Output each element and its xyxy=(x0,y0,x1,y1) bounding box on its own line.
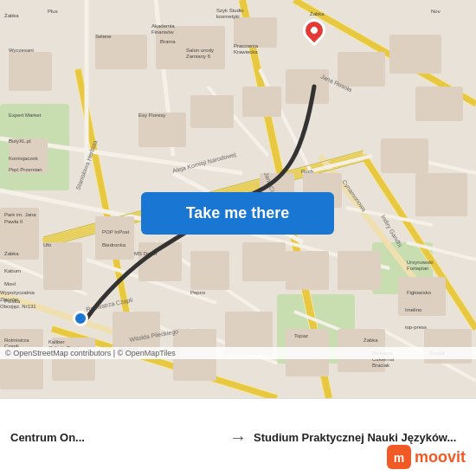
svg-rect-69 xyxy=(338,251,381,290)
svg-rect-44 xyxy=(138,113,186,147)
svg-text:Selene: Selene xyxy=(95,34,112,39)
svg-text:Topaz: Topaz xyxy=(294,333,308,338)
svg-text:Żabka: Żabka xyxy=(363,338,378,343)
moovit-logo: m moovit xyxy=(387,445,466,469)
arrow-right-icon: → xyxy=(229,428,247,447)
svg-rect-51 xyxy=(381,138,428,173)
svg-rect-45 xyxy=(190,95,234,128)
svg-rect-67 xyxy=(242,242,286,281)
moovit-logo-icon: m xyxy=(387,445,411,469)
svg-text:Moнl: Moнl xyxy=(4,281,16,286)
svg-text:Ursynowski: Ursynowski xyxy=(407,260,434,265)
svg-text:Pepco: Pepco xyxy=(190,290,206,295)
svg-text:Szyk Studio: Szyk Studio xyxy=(216,8,244,13)
svg-rect-46 xyxy=(242,87,281,117)
svg-text:Pięć Przemian: Pięć Przemian xyxy=(9,167,42,172)
svg-text:Pracownia: Pracownia xyxy=(234,43,259,48)
origin-marker xyxy=(73,311,88,326)
svg-text:Krawiecka: Krawiecka xyxy=(234,49,258,55)
svg-text:Kaliber: Kaliber xyxy=(48,339,65,344)
destination-location: Studium Praktycznej Nauki Języków... xyxy=(254,431,466,444)
svg-text:Żabka: Żabka xyxy=(310,11,325,16)
svg-text:Zamiany 6: Zamiany 6 xyxy=(186,54,211,59)
svg-text:kosmetyki: kosmetyki xyxy=(216,14,240,19)
svg-text:Park im. Jana: Park im. Jana xyxy=(4,212,36,217)
svg-text:Imelino: Imelino xyxy=(405,307,422,312)
take-me-there-button[interactable]: Take me there xyxy=(141,192,334,235)
svg-text:Nov: Nov xyxy=(431,9,441,14)
svg-text:Finansów: Finansów xyxy=(151,29,174,35)
svg-text:Obcojęz. Nr131: Obcojęz. Nr131 xyxy=(0,304,36,309)
svg-rect-49 xyxy=(389,35,441,74)
svg-rect-48 xyxy=(338,52,385,87)
svg-text:Forteplan: Forteplan xyxy=(407,266,428,271)
svg-text:Plus: Plus xyxy=(48,9,58,14)
svg-text:POP InPost: POP InPost xyxy=(102,229,130,235)
svg-text:Ufo: Ufo xyxy=(43,242,52,248)
svg-text:Salon urody: Salon urody xyxy=(186,48,214,53)
svg-text:Expert Market: Expert Market xyxy=(9,113,42,118)
origin-location: Centrum On... xyxy=(10,431,222,444)
destination-marker xyxy=(303,19,325,42)
svg-rect-52 xyxy=(415,173,467,216)
direction-arrow: → xyxy=(222,428,254,447)
svg-text:Kabum: Kabum xyxy=(4,268,21,273)
svg-rect-50 xyxy=(415,87,463,121)
svg-text:Rotmistrza: Rotmistrza xyxy=(4,338,29,343)
svg-text:Braciak: Braciak xyxy=(372,363,390,368)
svg-text:Brama: Brama xyxy=(160,39,176,44)
svg-rect-64 xyxy=(95,216,134,260)
svg-rect-68 xyxy=(286,251,329,290)
svg-rect-42 xyxy=(9,52,52,91)
svg-text:Akademia: Akademia xyxy=(151,23,175,29)
svg-text:Ruch: Ruch xyxy=(301,169,313,174)
svg-rect-63 xyxy=(43,242,82,290)
bottom-navigation-bar: Centrum On... → Studium Praktycznej Nauk… xyxy=(0,398,476,476)
svg-text:Biedronka: Biedronka xyxy=(102,242,126,248)
svg-text:Komisjaczek: Komisjaczek xyxy=(9,156,39,161)
svg-text:Żabka: Żabka xyxy=(4,13,19,18)
svg-text:top-press: top-press xyxy=(405,325,427,330)
svg-text:Pawła II: Pawła II xyxy=(4,219,23,224)
svg-text:Zbiorów: Zbiorów xyxy=(0,297,19,302)
map-attribution: © OpenStreetMap contributors | © OpenMap… xyxy=(0,347,476,359)
svg-text:Żabka: Żabka xyxy=(4,251,19,256)
moovit-brand-text: moovit xyxy=(415,448,466,466)
svg-text:Wypożyczalnia: Wypożyczalnia xyxy=(0,290,35,295)
svg-text:ButyXL.pl: ButyXL.pl xyxy=(9,138,31,144)
destination-name: Studium Praktycznej Nauki Języków... xyxy=(254,431,466,444)
svg-text:m: m xyxy=(394,451,404,465)
svg-text:Esy Floresy: Esy Floresy xyxy=(138,113,165,118)
svg-rect-66 xyxy=(190,251,229,290)
svg-text:Figłowisko: Figłowisko xyxy=(407,290,432,295)
svg-rect-39 xyxy=(95,35,147,69)
origin-name: Centrum On... xyxy=(10,431,222,444)
svg-text:Wyczesani: Wyczesani xyxy=(9,48,34,53)
